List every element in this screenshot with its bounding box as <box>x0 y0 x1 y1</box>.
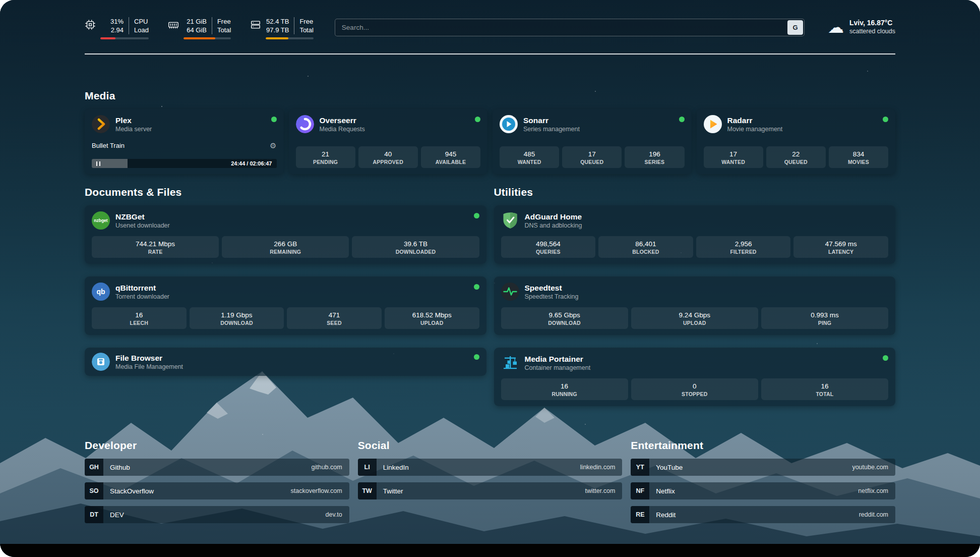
stat-box: 1.19 Gbps DOWNLOAD <box>190 307 284 329</box>
bookmark-twitter[interactable]: TW Twitter twitter.com <box>358 482 623 499</box>
bookmark-url: reddit.com <box>859 511 888 518</box>
app-name: Media Portainer <box>525 354 591 364</box>
disk-total-label: Total <box>299 26 313 34</box>
bookmark-youtube[interactable]: YT YouTube youtube.com <box>631 459 895 476</box>
bookmark-abbr: DT <box>85 506 103 523</box>
app-desc: Media File Management <box>115 363 183 371</box>
bookmark-name: Netflix <box>656 487 675 495</box>
playback-progress-bar[interactable]: 24:44 / 02:06:47 <box>92 159 277 168</box>
status-dot <box>271 117 277 122</box>
section-title-media: Media <box>85 90 895 102</box>
app-card-adguard[interactable]: AdGuard Home DNS and adblocking 498,564 … <box>494 205 896 264</box>
bookmark-stackoverflow[interactable]: SO StackOverflow stackoverflow.com <box>85 482 349 499</box>
cpu-load-label: Load <box>134 26 149 34</box>
disk-total-value: 97.9 TB <box>266 26 289 34</box>
gear-icon[interactable]: ⚙ <box>270 142 276 149</box>
stat-box: 744.21 Mbps RATE <box>92 236 219 258</box>
app-card-filebrowser[interactable]: File Browser Media File Management <box>85 348 486 376</box>
app-name: Plex <box>115 116 152 125</box>
overseerr-icon <box>296 115 314 133</box>
playback-time: 24:44 / 02:06:47 <box>231 160 272 166</box>
bookmark-name: Reddit <box>656 511 676 519</box>
status-dot <box>474 284 479 290</box>
app-name: File Browser <box>115 353 183 363</box>
app-desc: Movie management <box>727 125 783 133</box>
radarr-icon <box>704 115 722 133</box>
dashboard-window: 31% 2.94 CPU Load <box>0 0 980 557</box>
cpu-body: 31% 2.94 CPU Load <box>100 17 149 39</box>
status-dot <box>474 354 479 360</box>
ram-free-label: Free <box>217 17 231 26</box>
bookmark-abbr: LI <box>358 459 377 476</box>
stat-box: 47.569 ms LATENCY <box>793 236 888 258</box>
nzbget-icon: nzbget <box>92 211 110 230</box>
bookmark-github[interactable]: GH Github github.com <box>85 459 349 476</box>
divider-vertical <box>294 17 294 34</box>
app-card-speedtest[interactable]: Speedtest Speedtest Tracking 9.65 Gbps D… <box>494 276 896 335</box>
app-name: NZBGet <box>115 212 170 221</box>
status-dot <box>474 213 479 218</box>
stat-box: 16 RUNNING <box>501 378 628 400</box>
ram-free-value: 21 GiB <box>187 17 207 26</box>
cpu-percent: 31% <box>110 17 124 26</box>
bookmark-url: dev.to <box>326 511 342 518</box>
filebrowser-icon <box>92 353 110 371</box>
ram-icon <box>168 17 179 30</box>
stat-box: 86,401 BLOCKED <box>598 236 693 258</box>
search-bar: G <box>335 19 805 36</box>
bookmark-name: StackOverflow <box>110 487 154 495</box>
stat-box: 40 APPROVED <box>358 146 418 168</box>
bookmark-name: LinkedIn <box>383 464 409 471</box>
app-desc: Series management <box>523 125 580 133</box>
status-dot <box>883 355 888 361</box>
system-stats: 31% 2.94 CPU Load <box>85 17 314 39</box>
stat-box: 2,956 FILTERED <box>696 236 791 258</box>
app-card-sonarr[interactable]: Sonarr Series management 485 WANTED 17 Q… <box>493 109 692 174</box>
cpu-label: CPU <box>134 17 149 26</box>
ram-total-value: 64 GiB <box>187 26 207 34</box>
weather-widget: ☁ Lviv, 16.87°C scattered clouds <box>828 18 895 36</box>
ram-body: 21 GiB 64 GiB Free Total <box>183 17 231 39</box>
stat-box: 266 GB REMAINING <box>222 236 349 258</box>
app-desc: Speedtest Tracking <box>525 293 579 301</box>
disk-free-value: 52.4 TB <box>266 17 289 26</box>
app-meta: Sonarr Series management <box>523 116 580 133</box>
bookmark-abbr: TW <box>358 482 377 499</box>
bookmark-name: Github <box>110 464 130 471</box>
disk-progress-fill <box>266 37 288 39</box>
stat-box: 9.65 Gbps DOWNLOAD <box>501 307 628 329</box>
app-card-qbittorrent[interactable]: qb qBittorrent Torrent downloader 16 LEE… <box>85 276 486 335</box>
search-engine-button[interactable]: G <box>787 20 803 35</box>
bookmark-url: youtube.com <box>852 464 888 471</box>
bookmark-abbr: SO <box>85 482 103 499</box>
stat-box: 0 STOPPED <box>631 378 758 400</box>
bookmark-netflix[interactable]: NF Netflix netflix.com <box>631 482 895 499</box>
pause-icon[interactable] <box>96 161 100 166</box>
top-bar: 31% 2.94 CPU Load <box>85 0 895 39</box>
app-card-radarr[interactable]: Radarr Movie management 17 WANTED 22 QUE… <box>697 109 896 174</box>
now-playing-title: Bullet Train <box>92 142 125 149</box>
ram-progress-fill <box>183 37 215 39</box>
app-desc: Usenet downloader <box>115 221 170 230</box>
app-card-overseerr[interactable]: Overseerr Media Requests 21 PENDING 40 A… <box>289 109 488 174</box>
bookmark-url: github.com <box>312 464 342 471</box>
bookmark-dev[interactable]: DT DEV dev.to <box>85 506 349 523</box>
app-meta: NZBGet Usenet downloader <box>115 212 170 230</box>
divider-vertical <box>129 17 129 34</box>
section-title-utilities: Utilities <box>494 186 896 198</box>
portainer-icon <box>501 354 519 372</box>
app-card-nzbget[interactable]: nzbget NZBGet Usenet downloader 744.21 M… <box>85 205 486 264</box>
section-documents: Documents & Files nzbget NZBGet Usenet d… <box>85 186 486 376</box>
disk-icon <box>250 17 261 30</box>
bookmark-reddit[interactable]: RE Reddit reddit.com <box>631 506 895 523</box>
app-card-portainer[interactable]: Media Portainer Container management 16 … <box>494 348 896 406</box>
cpu-load-value: 2.94 <box>111 26 124 34</box>
stat-box: 16 LEECH <box>92 307 187 329</box>
status-dot <box>475 117 480 122</box>
app-meta: qBittorrent Torrent downloader <box>115 283 169 301</box>
search-input[interactable] <box>335 19 805 36</box>
app-card-plex[interactable]: Plex Media server Bullet Train ⚙ 24:44 /… <box>85 109 284 174</box>
disk-body: 52.4 TB 97.9 TB Free Total <box>266 17 313 39</box>
bookmark-linkedin[interactable]: LI LinkedIn linkedin.com <box>358 459 623 476</box>
weather-condition: scattered clouds <box>849 27 895 36</box>
